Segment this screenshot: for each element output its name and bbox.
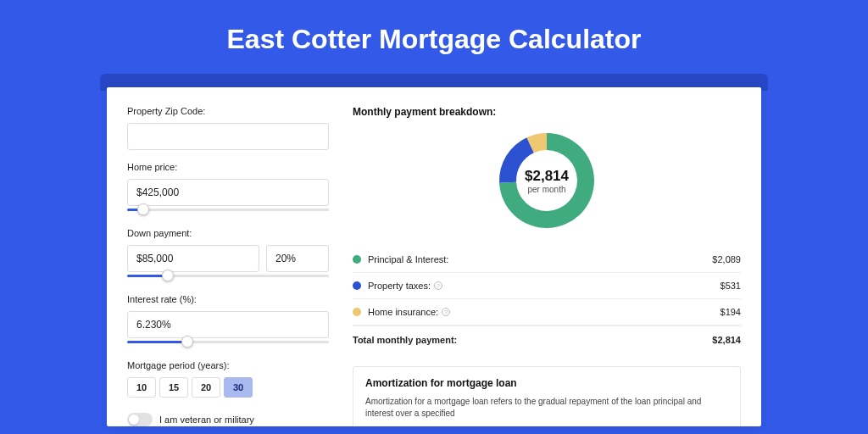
legend-total-row: Total monthly payment: $2,814: [353, 326, 741, 353]
interest-label: Interest rate (%):: [127, 294, 329, 304]
interest-input[interactable]: [127, 311, 329, 338]
zip-input[interactable]: [127, 123, 329, 150]
amortization-box: Amortization for mortgage loan Amortizat…: [353, 366, 741, 426]
legend-label: Principal & Interest:: [368, 254, 712, 264]
home-price-field: Home price:: [127, 162, 329, 216]
inputs-column: Property Zip Code: Home price: Down paym…: [127, 106, 329, 426]
legend-dot-icon: [353, 308, 361, 316]
legend-dot-icon: [353, 281, 361, 290]
donut-sub: per month: [527, 185, 565, 194]
period-button-20[interactable]: 20: [192, 377, 220, 398]
donut-center: $2,814 per month: [496, 130, 598, 231]
down-payment-label: Down payment:: [127, 228, 329, 238]
period-button-15[interactable]: 15: [159, 377, 188, 398]
zip-label: Property Zip Code:: [127, 106, 329, 116]
legend-dot-icon: [353, 255, 361, 264]
legend-total-label: Total monthly payment:: [353, 335, 712, 345]
interest-field: Interest rate (%):: [127, 294, 329, 348]
down-payment-slider[interactable]: [127, 270, 329, 282]
period-button-10[interactable]: 10: [127, 377, 156, 398]
legend-label: Home insurance:?: [368, 307, 721, 317]
legend-row: Home insurance:?$194: [353, 299, 741, 326]
home-price-label: Home price:: [127, 162, 329, 172]
down-payment-percent-input[interactable]: [266, 245, 329, 272]
calculator-card: Property Zip Code: Home price: Down paym…: [107, 87, 761, 426]
help-icon[interactable]: ?: [434, 281, 442, 290]
zip-field: Property Zip Code:: [127, 106, 329, 150]
donut-chart-area: $2,814 per month: [353, 130, 741, 231]
legend-label: Property taxes:?: [368, 281, 721, 291]
legend-value: $194: [721, 307, 741, 317]
breakdown-column: Monthly payment breakdown: $2,814 per mo…: [353, 106, 741, 426]
home-price-input[interactable]: [127, 179, 329, 206]
veteran-row: I am veteran or military: [127, 413, 329, 426]
period-buttons: 10152030: [127, 377, 329, 398]
home-price-slider[interactable]: [127, 204, 329, 216]
legend-list: Principal & Interest:$2,089Property taxe…: [353, 247, 741, 326]
donut-chart: $2,814 per month: [496, 130, 598, 231]
page-title: East Cotter Mortgage Calculator: [0, 0, 868, 74]
veteran-toggle[interactable]: [127, 413, 153, 426]
donut-amount: $2,814: [525, 168, 569, 185]
breakdown-title: Monthly payment breakdown:: [353, 106, 741, 118]
legend-total-value: $2,814: [712, 335, 741, 345]
legend-value: $531: [721, 281, 741, 291]
period-label: Mortgage period (years):: [127, 360, 329, 370]
interest-slider[interactable]: [127, 337, 329, 348]
legend-row: Principal & Interest:$2,089: [353, 247, 741, 273]
legend-row: Property taxes:?$531: [353, 273, 741, 299]
legend-value: $2,089: [712, 254, 741, 264]
amortization-title: Amortization for mortgage loan: [365, 377, 728, 389]
period-field: Mortgage period (years): 10152030: [127, 360, 329, 398]
help-icon[interactable]: ?: [442, 308, 450, 316]
down-payment-field: Down payment:: [127, 228, 329, 282]
period-button-30[interactable]: 30: [224, 377, 253, 398]
amortization-text: Amortization for a mortgage loan refers …: [365, 396, 728, 420]
down-payment-amount-input[interactable]: [127, 245, 259, 272]
veteran-label: I am veteran or military: [159, 415, 254, 425]
